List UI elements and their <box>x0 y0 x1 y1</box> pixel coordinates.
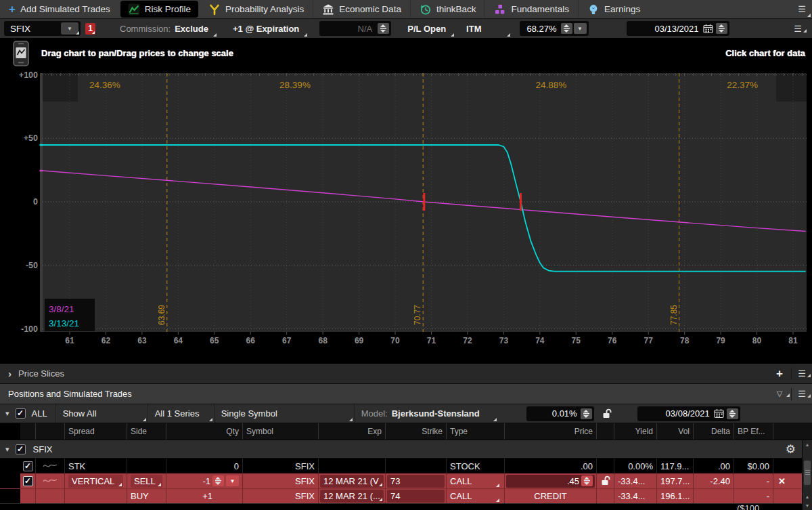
strike-field[interactable]: 73 <box>387 475 445 488</box>
col-yield[interactable]: Yield <box>614 423 656 440</box>
col-vol[interactable]: Vol <box>656 423 693 440</box>
dropdown-arrow[interactable]: ▼ <box>226 475 239 486</box>
col-side[interactable]: Side <box>127 423 166 440</box>
row-checkbox[interactable]: ✓ <box>23 476 33 486</box>
exp-dropdown[interactable]: 12 MAR 21 (V <box>320 475 384 488</box>
lock-open-icon[interactable] <box>602 408 612 419</box>
stepper-icon[interactable] <box>716 23 727 34</box>
chart-hint: Drag chart to pan/Drag prices to change … <box>41 48 233 58</box>
select-all-checkbox[interactable]: ✓ <box>16 408 26 419</box>
table-row-stock[interactable]: ✓ STK 0 SFIX STOCK .00 0.00% 117.9... .0… <box>0 459 812 473</box>
close-icon[interactable]: ✕ <box>778 476 786 486</box>
col-symbol[interactable]: Symbol <box>242 423 318 440</box>
cell-qty[interactable]: 0 <box>166 459 242 473</box>
scroll-down-button[interactable]: ▾ <box>803 502 812 510</box>
hamburger-icon[interactable]: ☰ <box>792 0 812 18</box>
type-dropdown[interactable]: CALL <box>450 489 501 503</box>
interest-rate-field[interactable]: 0.01% <box>526 406 594 421</box>
tab-earnings[interactable]: Earnings <box>578 0 649 18</box>
tab-fundamentals[interactable]: Fundamentals <box>484 0 578 18</box>
analyze-wave-icon[interactable] <box>43 477 58 485</box>
model-label: Model: <box>361 408 388 419</box>
analyze-wave-icon[interactable] <box>43 462 58 470</box>
rate-value: 0.01% <box>528 408 581 419</box>
tab-probability-analysis[interactable]: Probability Analysis <box>200 0 313 18</box>
itm-mode-button[interactable]: ITM <box>457 19 511 38</box>
hamburger-icon[interactable]: ☰ <box>788 24 808 34</box>
col-strike[interactable]: Strike <box>385 423 446 440</box>
pl-mode-button[interactable]: P/L Open <box>398 19 455 38</box>
price-field[interactable]: .45 <box>506 475 595 488</box>
model-dropdown[interactable]: Model: Bjerksund-Stensland <box>355 404 498 423</box>
symbol-input[interactable]: SFIX ▼ <box>4 21 81 36</box>
row-checkbox[interactable]: ✓ <box>23 461 33 471</box>
chevron-right-icon[interactable]: › <box>8 368 12 379</box>
tab-risk-profile[interactable]: Risk Profile <box>120 1 198 18</box>
svg-text:22.37%: 22.37% <box>727 80 758 90</box>
na-field[interactable]: N/A <box>319 21 391 36</box>
show-all-dropdown[interactable]: Show All <box>56 404 148 423</box>
col-spread[interactable]: Spread <box>64 423 127 440</box>
blocks-icon <box>494 3 506 16</box>
analysis-date-field[interactable]: 03/08/2021 <box>637 406 740 421</box>
stepper-icon[interactable] <box>561 23 572 34</box>
spread-dropdown[interactable]: VERTICAL <box>68 475 123 488</box>
risk-profile-chart[interactable]: +100+500-50-1006162636465666768697071727… <box>0 68 812 364</box>
warning-badge[interactable]: 1 <box>85 23 95 35</box>
col-price[interactable]: Price <box>504 423 596 440</box>
hamburger-icon[interactable]: ☰ <box>792 368 812 379</box>
vertical-scrollbar[interactable]: ▴ ▴ ▾ <box>802 440 812 510</box>
symbol-dropdown-button[interactable]: ▼ <box>61 22 78 35</box>
probability-icon <box>208 3 221 16</box>
series-filter-dropdown[interactable]: All 1 Series <box>148 404 214 423</box>
stepper-icon[interactable] <box>581 475 593 486</box>
tab-thinkback[interactable]: thinkBack <box>410 0 485 18</box>
col-exp[interactable]: Exp <box>318 423 385 440</box>
calendar-icon[interactable] <box>703 24 713 34</box>
scroll-up-button[interactable]: ▴ <box>803 493 812 501</box>
probability-field[interactable]: 68.27% ▼ <box>520 21 589 36</box>
chart-style-icon[interactable] <box>13 41 29 66</box>
cell-bp-effect: $0.00 <box>734 459 773 473</box>
stepper-icon[interactable] <box>212 475 224 486</box>
table-row-vertical-sell[interactable]: ✓ VERTICAL SELL -1 ▼ SFIX 12 MAR 21 (V 7… <box>0 473 812 488</box>
svg-text:3/8/21: 3/8/21 <box>49 304 74 314</box>
tab-economic-data[interactable]: Economic Data <box>313 0 410 18</box>
scroll-up-button[interactable]: ▴ <box>803 441 812 449</box>
commission-button[interactable]: Commission: Exclude <box>110 19 218 38</box>
add-price-slice-button[interactable]: + <box>768 367 791 381</box>
gear-icon[interactable]: ⚙ <box>786 444 796 455</box>
expiration-mode-button[interactable]: +1 @ Expiration <box>223 19 309 38</box>
side-dropdown[interactable]: SELL <box>131 475 162 488</box>
group-checkbox[interactable]: ✓ <box>16 444 26 454</box>
stepper-icon[interactable] <box>727 408 738 419</box>
svg-text:69: 69 <box>355 336 364 345</box>
collapse-icon[interactable]: ▽ <box>768 389 791 398</box>
svg-text:72: 72 <box>463 336 472 345</box>
col-qty[interactable]: Qty <box>166 423 242 440</box>
exp-dropdown[interactable]: 12 MAR 21 (... <box>320 490 384 503</box>
col-delta[interactable]: Delta <box>693 423 734 440</box>
tab-add-simulated-trades[interactable]: + Add Simulated Trades <box>0 0 119 18</box>
plus-icon: + <box>9 3 16 15</box>
chevron-down-icon[interactable]: ▾ <box>5 409 9 418</box>
hamburger-icon[interactable]: ☰ <box>792 389 812 399</box>
scrollbar-thumb[interactable] <box>804 461 811 485</box>
col-type[interactable]: Type <box>446 423 504 440</box>
col-bp-effect[interactable]: BP Ef... <box>734 423 773 440</box>
strike-field[interactable]: 74 <box>387 490 445 503</box>
stepper-icon[interactable] <box>378 23 389 34</box>
chevron-down-icon[interactable]: ▾ <box>5 445 9 454</box>
lock-open-icon[interactable] <box>601 475 610 486</box>
stepper-icon[interactable] <box>581 408 592 419</box>
symbol-mode-dropdown[interactable]: Single Symbol <box>215 404 354 423</box>
cell-bp-effect: - <box>734 489 773 503</box>
group-row-sfix[interactable]: ▾ ✓ SFIX ⚙ <box>0 440 812 459</box>
calendar-icon[interactable] <box>714 408 724 419</box>
bank-icon <box>322 3 334 16</box>
table-row-vertical-buy[interactable]: BUY +1 SFIX 12 MAR 21 (... 74 CALL CREDI… <box>0 488 812 503</box>
dropdown-arrow[interactable]: ▼ <box>574 23 587 34</box>
expiration-date-field[interactable]: 03/13/2021 <box>627 21 729 36</box>
type-dropdown[interactable]: CALL <box>450 473 501 488</box>
cell-yield: -33.4... <box>614 473 656 488</box>
